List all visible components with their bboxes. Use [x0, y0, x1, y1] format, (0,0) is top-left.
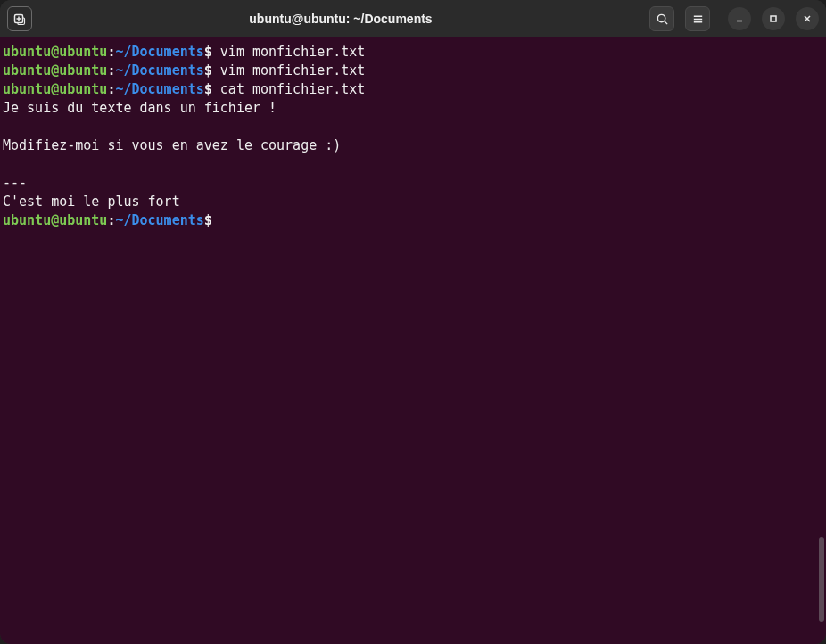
- new-tab-button[interactable]: [7, 6, 32, 31]
- prompt-symbol: $: [204, 81, 212, 97]
- output-text: Je suis du texte dans un fichier !: [3, 100, 277, 116]
- output-text: Modifiez-moi si vous en avez le courage …: [3, 137, 341, 153]
- minimize-button[interactable]: [728, 7, 751, 30]
- titlebar-right: [649, 6, 819, 31]
- prompt-symbol: $: [204, 62, 212, 78]
- prompt-path: ~/Documents: [115, 81, 203, 97]
- output-line: C'est moi le plus fort: [3, 193, 823, 211]
- search-button[interactable]: [649, 6, 674, 31]
- output-text: ---: [3, 175, 27, 191]
- prompt-symbol: $: [204, 212, 212, 228]
- prompt-user-host: ubuntu@ubuntu: [3, 62, 107, 78]
- hamburger-icon: [691, 12, 705, 26]
- command-text: [212, 212, 220, 228]
- scrollbar-thumb[interactable]: [819, 537, 824, 622]
- close-button[interactable]: [796, 7, 819, 30]
- command-line: ubuntu@ubuntu:~/Documents$ vim monfichie…: [3, 43, 823, 62]
- menu-button[interactable]: [685, 6, 710, 31]
- prompt-user-host: ubuntu@ubuntu: [3, 44, 107, 60]
- command-text: cat monfichier.txt: [212, 81, 366, 97]
- close-icon: [802, 13, 813, 24]
- maximize-button[interactable]: [762, 7, 785, 30]
- prompt-symbol: $: [204, 44, 212, 60]
- output-line: Je suis du texte dans un fichier !: [3, 99, 823, 118]
- output-text: [3, 156, 11, 172]
- command-line: ubuntu@ubuntu:~/Documents$: [3, 211, 823, 230]
- prompt-user-host: ubuntu@ubuntu: [3, 81, 107, 97]
- new-tab-icon: [12, 12, 27, 26]
- command-text: vim monfichier.txt: [212, 62, 366, 78]
- output-text: C'est moi le plus fort: [3, 194, 180, 210]
- titlebar-left: [7, 6, 32, 31]
- output-text: [3, 119, 11, 135]
- command-line: ubuntu@ubuntu:~/Documents$ cat monfichie…: [3, 80, 823, 99]
- terminal-window: ubuntu@ubuntu: ~/Documents: [0, 0, 826, 644]
- output-line: [3, 155, 823, 174]
- svg-rect-9: [771, 16, 776, 21]
- minimize-icon: [734, 13, 745, 24]
- window-title: ubuntu@ubuntu: ~/Documents: [39, 12, 642, 26]
- command-text: vim monfichier.txt: [212, 44, 366, 60]
- output-line: [3, 118, 823, 136]
- svg-line-4: [664, 21, 666, 23]
- prompt-path: ~/Documents: [115, 62, 203, 78]
- prompt-user-host: ubuntu@ubuntu: [3, 212, 107, 228]
- output-line: Modifiez-moi si vous en avez le courage …: [3, 136, 823, 155]
- titlebar: ubuntu@ubuntu: ~/Documents: [0, 0, 826, 37]
- prompt-path: ~/Documents: [115, 212, 203, 228]
- terminal-viewport[interactable]: ubuntu@ubuntu:~/Documents$ vim monfichie…: [0, 37, 826, 644]
- svg-point-3: [657, 14, 665, 21]
- prompt-path: ~/Documents: [115, 44, 203, 60]
- command-line: ubuntu@ubuntu:~/Documents$ vim monfichie…: [3, 62, 823, 80]
- output-line: ---: [3, 174, 823, 193]
- search-icon: [656, 12, 669, 26]
- window-controls: [728, 7, 819, 30]
- maximize-icon: [768, 13, 779, 24]
